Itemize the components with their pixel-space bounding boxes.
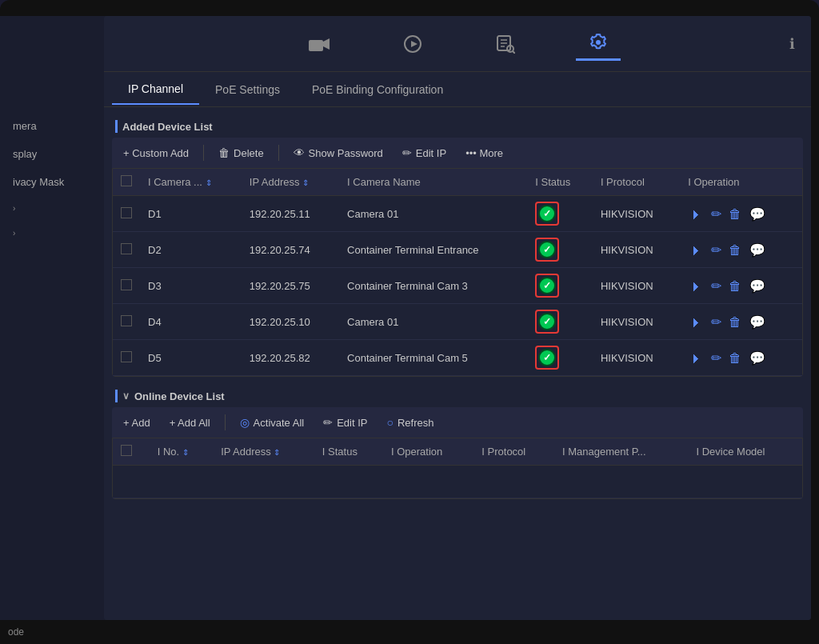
- row-camera-id: D4: [140, 304, 242, 340]
- delete-icon[interactable]: 🗑: [729, 207, 741, 221]
- row-protocol: HIKVISION: [593, 304, 680, 340]
- nav-settings[interactable]: [576, 26, 621, 61]
- show-password-button[interactable]: 👁 Show Password: [286, 142, 391, 163]
- nav-camera[interactable]: [294, 29, 342, 59]
- row-status: [527, 268, 593, 304]
- add-all-button[interactable]: + Add All: [162, 413, 218, 433]
- online-device-title: Online Device List: [134, 390, 225, 402]
- th-device-model: I Device Model: [688, 438, 802, 466]
- svg-rect-0: [309, 40, 323, 51]
- edit-icon[interactable]: ✏: [711, 243, 721, 257]
- play-icon[interactable]: ⏵: [690, 243, 703, 257]
- app-container: ℹ IP Channel PoE Settings PoE Binding Co…: [104, 16, 811, 620]
- edit-ip-button[interactable]: ✏ Edit IP: [394, 142, 454, 163]
- custom-add-button[interactable]: + Custom Add: [115, 143, 197, 163]
- select-all-checkbox[interactable]: [121, 175, 132, 186]
- row-camera-id: D3: [140, 268, 242, 304]
- status-badge: [538, 241, 556, 258]
- tab-poe-binding[interactable]: PoE Binding Configuration: [296, 75, 459, 104]
- edit-icon[interactable]: ✏: [711, 351, 721, 365]
- chevron-right-icon: ›: [13, 229, 15, 238]
- online-select-all-checkbox[interactable]: [121, 445, 132, 456]
- info-icon[interactable]: ℹ: [789, 35, 795, 53]
- sidebar-item-label: splay: [13, 148, 37, 160]
- online-edit-ip-button[interactable]: ✏ Edit IP: [315, 412, 375, 433]
- play-icon[interactable]: ⏵: [690, 315, 703, 329]
- row-operation: ⏵ ✏ 🗑 💬: [680, 268, 802, 304]
- chat-icon[interactable]: 💬: [749, 279, 765, 293]
- delete-icon[interactable]: 🗑: [729, 243, 741, 257]
- edit-icon[interactable]: ✏: [711, 315, 721, 329]
- status-highlight: [535, 202, 559, 226]
- add-button[interactable]: + Add: [115, 413, 158, 433]
- chat-icon[interactable]: 💬: [749, 351, 765, 365]
- online-device-table: I No. ⇕ IP Address ⇕ I Status I Operatio…: [113, 438, 802, 498]
- row-name: Container Terminal Cam 5: [339, 340, 527, 376]
- status-highlight: [535, 310, 559, 334]
- row-checkbox[interactable]: [121, 207, 132, 218]
- row-camera-id: D1: [140, 196, 242, 232]
- more-button[interactable]: ••• More: [457, 143, 511, 163]
- th-status: I Status: [527, 169, 593, 196]
- sidebar-item-camera[interactable]: mera: [0, 112, 108, 140]
- tab-ip-channel[interactable]: IP Channel: [112, 74, 199, 105]
- delete-icon[interactable]: 🗑: [729, 279, 741, 293]
- row-checkbox[interactable]: [121, 279, 132, 290]
- collapse-icon[interactable]: ∨: [122, 390, 130, 402]
- bottom-mode-label: ode: [8, 626, 24, 638]
- chevron-right-icon: ›: [13, 204, 15, 213]
- row-checkbox[interactable]: [121, 243, 132, 254]
- th-checkbox: [113, 169, 140, 196]
- status-highlight: [535, 238, 559, 262]
- svg-marker-1: [323, 38, 330, 50]
- row-checkbox-cell: [113, 232, 140, 268]
- online-device-toolbar: + Add + Add All ◎ Activate All ✏ Edit IP…: [112, 407, 803, 438]
- status-badge: [538, 349, 556, 366]
- edit-icon[interactable]: ✏: [711, 279, 721, 293]
- chat-icon[interactable]: 💬: [749, 243, 765, 257]
- play-icon[interactable]: ⏵: [690, 279, 703, 293]
- play-icon[interactable]: ⏵: [690, 351, 703, 365]
- sidebar-item-display[interactable]: splay: [0, 140, 108, 168]
- online-device-section-header: ∨ Online Device List: [112, 385, 803, 407]
- sidebar-item-expand2[interactable]: ›: [0, 221, 108, 246]
- row-status: [527, 304, 593, 340]
- toolbar-divider: [203, 145, 204, 161]
- section-border-2: [115, 390, 118, 402]
- row-checkbox[interactable]: [121, 315, 132, 326]
- tab-poe-settings[interactable]: PoE Settings: [199, 75, 296, 104]
- online-device-section: ∨ Online Device List + Add + Add All ◎ A…: [112, 385, 803, 499]
- nav-search[interactable]: [483, 28, 528, 60]
- tab-bar: IP Channel PoE Settings PoE Binding Conf…: [104, 72, 811, 107]
- chat-icon[interactable]: 💬: [749, 207, 765, 221]
- delete-icon[interactable]: 🗑: [729, 351, 741, 365]
- nav-playback[interactable]: [390, 28, 435, 60]
- table-header-row: I Camera ... ⇕ IP Address ⇕ I Camera Nam…: [113, 169, 802, 196]
- th-no: I No. ⇕: [150, 438, 213, 466]
- online-empty-row: [113, 466, 802, 498]
- row-camera-id: D2: [140, 232, 242, 268]
- th-protocol: I Protocol: [593, 169, 680, 196]
- sidebar-item-label: mera: [13, 120, 37, 132]
- chat-icon[interactable]: 💬: [749, 315, 765, 329]
- table-row: D3 192.20.25.75 Container Terminal Cam 3…: [113, 268, 802, 304]
- bottom-bar: ode: [0, 620, 819, 644]
- row-ip: 192.20.25.11: [242, 196, 339, 232]
- refresh-button[interactable]: ○ Refresh: [378, 412, 441, 433]
- row-name: Camera 01: [339, 304, 527, 340]
- sidebar-item-privacy[interactable]: ivacy Mask: [0, 168, 108, 196]
- activate-all-button[interactable]: ◎ Activate All: [232, 412, 313, 433]
- edit-icon[interactable]: ✏: [711, 207, 721, 221]
- content-area: Added Device List + Custom Add 🗑 Delete …: [104, 107, 811, 620]
- delete-icon[interactable]: 🗑: [729, 315, 741, 329]
- svg-point-10: [596, 40, 601, 45]
- toolbar-divider-2: [278, 145, 279, 161]
- row-checkbox[interactable]: [121, 351, 132, 362]
- row-camera-id: D5: [140, 340, 242, 376]
- th-online-protocol: I Protocol: [473, 438, 554, 466]
- play-icon[interactable]: ⏵: [690, 207, 703, 221]
- sidebar-item-label: ivacy Mask: [13, 176, 64, 188]
- sidebar-item-expand1[interactable]: ›: [0, 196, 108, 221]
- delete-button[interactable]: 🗑 Delete: [210, 142, 272, 163]
- top-nav: ℹ: [104, 16, 811, 72]
